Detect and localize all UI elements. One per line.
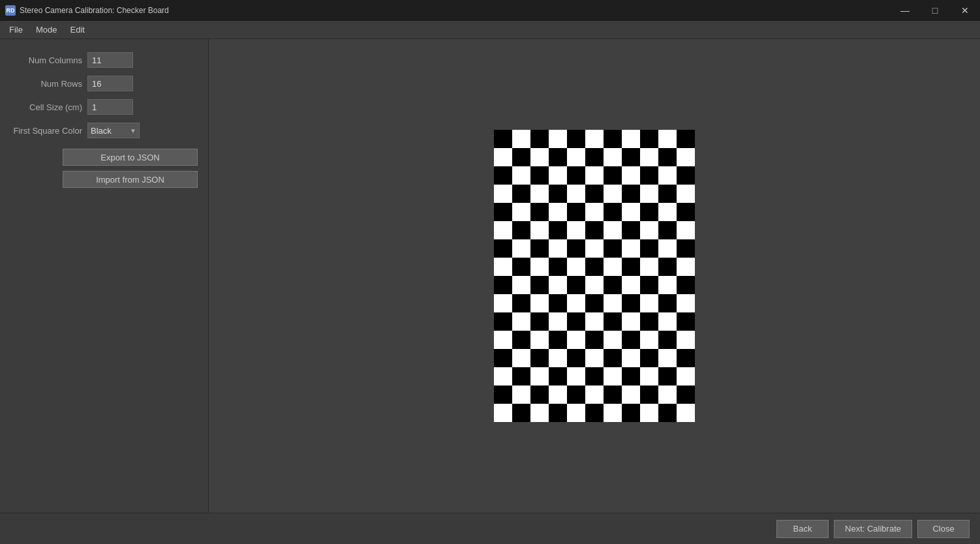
checker-cell (604, 312, 622, 331)
checker-cell (677, 367, 695, 385)
checker-cell (622, 166, 640, 185)
first-square-color-row: First Square Color Black ▼ (10, 123, 198, 138)
checker-cell (567, 385, 585, 404)
canvas-area (209, 39, 980, 513)
action-buttons: Export to JSON Import from JSON (10, 149, 198, 188)
checker-cell (530, 385, 549, 404)
back-button[interactable]: Back (776, 520, 829, 538)
checker-cell (604, 385, 622, 404)
checker-cell (640, 385, 658, 404)
checker-cell (677, 385, 695, 404)
checker-cell (604, 239, 622, 258)
checker-cell (640, 166, 658, 185)
checker-cell (604, 276, 622, 294)
checker-cell (640, 331, 658, 349)
menu-edit[interactable]: Edit (63, 22, 91, 37)
checker-cell (494, 276, 512, 294)
checker-cell (658, 130, 677, 148)
close-button[interactable]: Close (917, 520, 970, 538)
checker-cell (549, 331, 567, 349)
checker-cell (677, 331, 695, 349)
checker-cell (549, 239, 567, 258)
checker-cell (512, 294, 530, 312)
checker-cell (585, 349, 604, 367)
checker-cell (530, 312, 549, 331)
checker-cell (640, 221, 658, 239)
checker-cell (658, 385, 677, 404)
next-calibrate-button[interactable]: Next: Calibrate (834, 520, 912, 538)
checker-cell (677, 185, 695, 203)
checker-cell (677, 258, 695, 276)
checker-cell (585, 185, 604, 203)
checker-cell (604, 294, 622, 312)
checker-cell (585, 130, 604, 148)
checker-cell (494, 185, 512, 203)
menu-mode[interactable]: Mode (29, 22, 64, 37)
checker-cell (494, 294, 512, 312)
checker-cell (512, 221, 530, 239)
checker-cell (512, 130, 530, 148)
checker-cell (567, 349, 585, 367)
num-rows-row: Num Rows (10, 76, 198, 91)
checker-cell (604, 404, 622, 422)
num-columns-input[interactable] (87, 52, 133, 68)
cell-size-input[interactable] (87, 99, 133, 115)
checker-cell (512, 404, 530, 422)
checkerboard (494, 130, 695, 422)
checker-cell (585, 148, 604, 166)
checker-cell (622, 221, 640, 239)
checker-cell (640, 148, 658, 166)
checker-cell (585, 203, 604, 221)
checker-cell (640, 276, 658, 294)
checker-cell (640, 294, 658, 312)
checker-cell (677, 148, 695, 166)
checker-cell (677, 294, 695, 312)
color-select-value: Black (91, 126, 127, 136)
checker-cell (604, 130, 622, 148)
checker-cell (530, 239, 549, 258)
checker-cell (640, 367, 658, 385)
checker-cell (604, 185, 622, 203)
checker-cell (677, 166, 695, 185)
checker-cell (604, 166, 622, 185)
checker-cell (549, 367, 567, 385)
checker-cell (658, 331, 677, 349)
checker-cell (658, 312, 677, 331)
checker-cell (640, 239, 658, 258)
checker-cell (494, 258, 512, 276)
checker-cell (622, 148, 640, 166)
minimize-button[interactable]: — (890, 0, 920, 21)
checker-cell (567, 148, 585, 166)
checker-cell (622, 404, 640, 422)
first-square-color-select[interactable]: Black ▼ (87, 123, 140, 138)
checker-cell (585, 294, 604, 312)
num-rows-input[interactable] (87, 76, 133, 91)
checker-cell (640, 349, 658, 367)
checker-cell (640, 185, 658, 203)
window-title: Stereo Camera Calibration: Checker Board (20, 6, 975, 15)
close-window-button[interactable]: ✕ (950, 0, 980, 21)
checker-cell (494, 130, 512, 148)
checker-cell (622, 185, 640, 203)
cell-size-row: Cell Size (cm) (10, 99, 198, 115)
chevron-down-icon: ▼ (130, 127, 136, 134)
checker-cell (622, 312, 640, 331)
checker-cell (512, 385, 530, 404)
checker-cell (530, 404, 549, 422)
checker-cell (658, 258, 677, 276)
checker-cell (530, 294, 549, 312)
export-json-button[interactable]: Export to JSON (63, 149, 198, 166)
checker-cell (549, 349, 567, 367)
num-columns-row: Num Columns (10, 52, 198, 68)
checker-cell (512, 166, 530, 185)
checker-cell (640, 130, 658, 148)
checker-cell (494, 203, 512, 221)
checker-cell (640, 312, 658, 331)
checker-cell (512, 312, 530, 331)
import-json-button[interactable]: Import from JSON (63, 171, 198, 188)
maximize-button[interactable]: □ (920, 0, 950, 21)
bottom-bar: Back Next: Calibrate Close (0, 513, 980, 544)
checker-cell (622, 239, 640, 258)
checker-cell (567, 331, 585, 349)
menu-file[interactable]: File (3, 22, 29, 37)
